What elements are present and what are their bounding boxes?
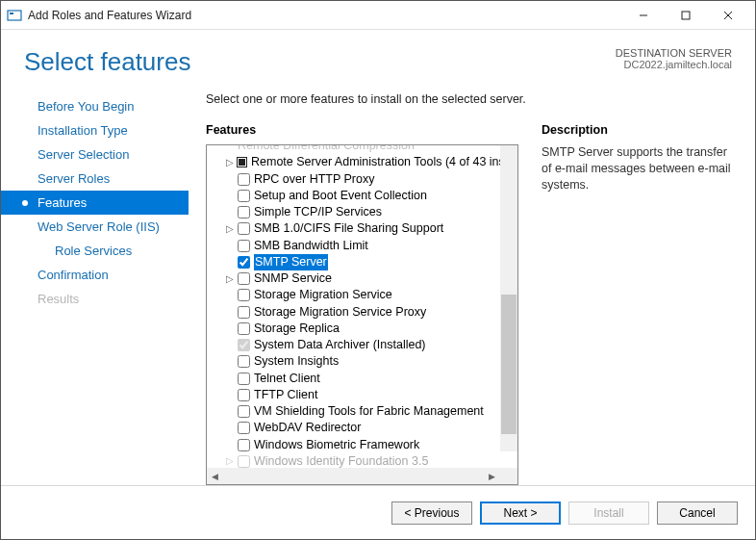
feature-item[interactable]: SMTP Server	[207, 254, 517, 270]
nav-item-results: Results	[1, 287, 189, 311]
scroll-left-icon[interactable]: ◀	[207, 468, 223, 484]
feature-label[interactable]: Windows Biometric Framework	[254, 437, 419, 453]
feature-label[interactable]: SNMP Service	[254, 270, 332, 287]
cancel-button[interactable]: Cancel	[657, 501, 738, 525]
nav-item-confirmation[interactable]: Confirmation	[1, 263, 189, 287]
feature-label[interactable]: System Insights	[254, 353, 339, 370]
checkbox-partial-icon[interactable]	[237, 157, 247, 167]
nav-item-server-selection[interactable]: Server Selection	[1, 142, 189, 167]
feature-checkbox[interactable]	[238, 222, 250, 235]
footer: < Previous Next > Install Cancel	[1, 485, 755, 539]
feature-item[interactable]: ▷Windows Identity Foundation 3.5	[207, 453, 517, 468]
feature-item[interactable]: ▷SNMP Service	[207, 270, 517, 287]
window-buttons	[622, 2, 749, 29]
vertical-scrollbar[interactable]	[500, 145, 517, 451]
feature-label[interactable]: Windows Identity Foundation 3.5	[254, 453, 428, 468]
feature-checkbox[interactable]	[238, 240, 250, 252]
feature-item[interactable]: RPC over HTTP Proxy	[207, 171, 517, 188]
page-heading: Select features	[24, 47, 616, 77]
feature-label[interactable]: VM Shielding Tools for Fabric Management	[254, 403, 484, 420]
feature-label[interactable]: SMB Bandwidth Limit	[254, 238, 368, 254]
feature-checkbox[interactable]	[238, 322, 250, 335]
feature-label[interactable]: RPC over HTTP Proxy	[254, 171, 375, 188]
hscroll-track[interactable]	[223, 468, 484, 484]
previous-button[interactable]: < Previous	[391, 501, 472, 525]
nav-item-role-services[interactable]: Role Services	[1, 239, 189, 263]
feature-item[interactable]: TFTP Client	[207, 387, 517, 403]
minimize-button[interactable]	[622, 2, 665, 29]
feature-checkbox[interactable]	[238, 355, 250, 368]
feature-item[interactable]: System Data Archiver (Installed)	[207, 337, 517, 353]
app-icon	[7, 8, 22, 23]
feature-item[interactable]: VM Shielding Tools for Fabric Management	[207, 403, 517, 420]
feature-checkbox[interactable]	[238, 439, 250, 451]
feature-item[interactable]: Telnet Client	[207, 371, 517, 387]
scroll-corner	[500, 468, 517, 484]
feature-checkbox[interactable]	[238, 206, 250, 219]
feature-item[interactable]: Simple TCP/IP Services	[207, 204, 517, 220]
feature-item[interactable]: Remote Differential Compression	[207, 145, 517, 154]
feature-label[interactable]: Remote Server Administration Tools (4 of…	[251, 154, 517, 170]
feature-checkbox[interactable]	[238, 405, 250, 418]
nav-item-server-roles[interactable]: Server Roles	[1, 167, 189, 191]
feature-checkbox[interactable]	[238, 422, 250, 434]
horizontal-scrollbar[interactable]: ◀ ▶	[207, 468, 517, 484]
maximize-button[interactable]	[665, 2, 707, 29]
feature-label[interactable]: Setup and Boot Event Collection	[254, 188, 427, 204]
svg-rect-0	[8, 11, 21, 20]
feature-checkbox[interactable]	[238, 256, 250, 269]
feature-item[interactable]: Storage Migration Service Proxy	[207, 304, 517, 321]
feature-label[interactable]: SMTP Server	[254, 254, 328, 270]
feature-item[interactable]: WebDAV Redirector	[207, 420, 517, 436]
expand-icon[interactable]: ▷	[224, 222, 236, 236]
feature-item[interactable]: System Insights	[207, 353, 517, 370]
close-button[interactable]	[707, 2, 749, 29]
feature-label[interactable]: Storage Replica	[254, 321, 340, 337]
svg-rect-1	[10, 13, 13, 14]
feature-item[interactable]: Storage Migration Service	[207, 287, 517, 303]
expand-icon[interactable]: ▷	[224, 272, 236, 286]
feature-label[interactable]: Remote Differential Compression	[238, 145, 415, 154]
feature-item[interactable]: SMB Bandwidth Limit	[207, 238, 517, 254]
features-label: Features	[206, 123, 518, 137]
nav-item-web-server-role-iis-[interactable]: Web Server Role (IIS)	[1, 215, 189, 239]
feature-item[interactable]: Setup and Boot Event Collection	[207, 188, 517, 204]
feature-label[interactable]: Storage Migration Service Proxy	[254, 304, 426, 321]
install-button[interactable]: Install	[568, 501, 649, 525]
feature-checkbox[interactable]	[238, 289, 250, 301]
body: Before You BeginInstallation TypeServer …	[1, 87, 755, 485]
scroll-right-icon[interactable]: ▶	[484, 468, 500, 484]
svg-rect-3	[682, 12, 690, 19]
feature-label[interactable]: WebDAV Redirector	[254, 420, 361, 436]
expand-icon[interactable]: ▷	[224, 156, 235, 169]
scrollbar-thumb[interactable]	[501, 295, 517, 434]
feature-checkbox[interactable]	[238, 389, 250, 401]
expand-icon[interactable]: ▷	[224, 454, 236, 468]
features-tree-container: Remote Differential Compression▷Remote S…	[206, 144, 518, 485]
feature-label[interactable]: TFTP Client	[254, 387, 317, 403]
feature-item[interactable]: ▷SMB 1.0/CIFS File Sharing Support	[207, 220, 517, 237]
feature-item[interactable]: Windows Biometric Framework	[207, 437, 517, 453]
nav-sidebar: Before You BeginInstallation TypeServer …	[1, 87, 189, 485]
feature-item[interactable]: Storage Replica	[207, 321, 517, 337]
feature-item[interactable]: ▷Remote Server Administration Tools (4 o…	[207, 154, 517, 170]
feature-checkbox[interactable]	[238, 455, 250, 468]
feature-checkbox[interactable]	[238, 190, 250, 202]
feature-label[interactable]: System Data Archiver (Installed)	[254, 337, 426, 353]
feature-label[interactable]: Storage Migration Service	[254, 287, 392, 303]
feature-checkbox[interactable]	[238, 373, 250, 385]
nav-item-installation-type[interactable]: Installation Type	[1, 118, 189, 142]
feature-label[interactable]: Simple TCP/IP Services	[254, 204, 382, 220]
feature-checkbox[interactable]	[238, 306, 250, 319]
feature-label[interactable]: SMB 1.0/CIFS File Sharing Support	[254, 220, 443, 237]
nav-item-features[interactable]: Features	[1, 191, 189, 215]
nav-item-before-you-begin[interactable]: Before You Begin	[1, 94, 189, 118]
features-column: Features Remote Differential Compression…	[206, 123, 518, 485]
feature-label[interactable]: Telnet Client	[254, 371, 320, 387]
feature-checkbox[interactable]	[238, 272, 250, 285]
feature-checkbox[interactable]	[238, 173, 250, 186]
main-panel: Select one or more features to install o…	[189, 87, 732, 485]
feature-checkbox[interactable]	[238, 339, 250, 351]
next-button[interactable]: Next >	[480, 501, 561, 525]
features-tree[interactable]: Remote Differential Compression▷Remote S…	[207, 145, 517, 468]
